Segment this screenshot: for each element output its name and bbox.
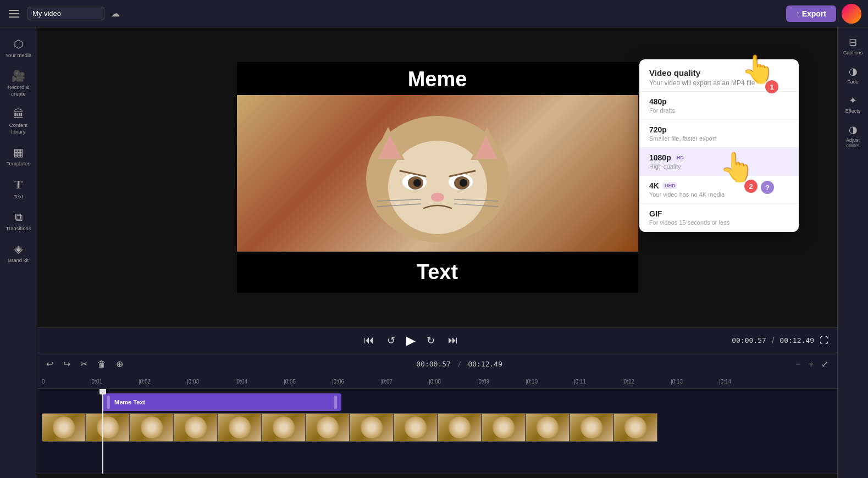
quality-name-1080p: 1080p HD: [649, 153, 789, 162]
templates-icon: ▦: [13, 146, 24, 159]
frame-thumb-1: [42, 413, 86, 442]
timeline-separator: /: [457, 360, 462, 368]
timeline-time-display: 00:00.57 / 00:12.49: [416, 360, 502, 368]
right-tool-effects[interactable]: ✦ Effects: [839, 90, 867, 118]
cloud-save-icon: ☁: [111, 8, 120, 19]
frame-thumb-9: [394, 413, 438, 442]
quality-option-1080p[interactable]: 1080p HD High quality: [639, 148, 799, 176]
quality-option-4k[interactable]: 4K UHD Your video has no 4K media: [639, 176, 799, 204]
svg-point-10: [413, 179, 421, 187]
quality-name-gif: GIF: [649, 209, 789, 218]
zoom-out-button[interactable]: −: [793, 358, 803, 370]
quality-subtitle: Your video will export as an MP4 file: [649, 79, 789, 87]
sidebar-item-label: Contentlibrary: [9, 122, 27, 135]
fullscreen-button[interactable]: ⛶: [820, 336, 828, 346]
frame-thumb-13: [570, 413, 613, 442]
timeline-area: ↩ ↪ ✂ 🗑 ⊕ 00:00.57 / 00:12.49 − + ⤢: [37, 353, 837, 474]
ruler-mark-0: 0: [42, 379, 90, 385]
sidebar-item-templates[interactable]: ▦ Templates: [2, 141, 36, 171]
timeline-scrollbar[interactable]: [37, 474, 837, 478]
sidebar-item-label: Transitions: [5, 225, 31, 231]
play-button[interactable]: ▶: [406, 334, 416, 348]
avatar[interactable]: [842, 4, 861, 24]
sidebar-item-transitions[interactable]: ⧉ Transitions: [2, 207, 36, 236]
topbar-left: ☁: [7, 7, 120, 20]
media-icon: ⬡: [14, 37, 23, 51]
frame-thumb-14: [613, 413, 657, 442]
frame-thumb-8: [350, 413, 394, 442]
ruler-mark-5: |0:05: [284, 379, 332, 385]
track-handle-right[interactable]: [334, 396, 337, 409]
quality-desc-4k: Your video has no 4K media: [649, 191, 789, 198]
topbar: ☁ ↑ Export: [0, 0, 868, 27]
text-icon: T: [14, 177, 23, 192]
quality-option-480p[interactable]: 480p For drafts: [639, 92, 799, 120]
ruler-mark-9: |0:09: [477, 379, 526, 385]
video-title-input[interactable]: [27, 7, 104, 20]
frame-thumb-2: [86, 413, 130, 442]
quality-dropdown: Video quality Your video will export as …: [639, 59, 799, 232]
text-track[interactable]: Meme Text: [102, 393, 341, 411]
cat-illustration: [355, 99, 520, 248]
cut-button[interactable]: ✂: [78, 358, 90, 370]
total-time: 00:12.49: [779, 336, 814, 344]
rewind-button[interactable]: ↺: [385, 332, 397, 349]
adjust-colors-label: Adjustcolors: [846, 137, 860, 148]
ruler-mark-1: |0:01: [90, 379, 139, 385]
quality-option-gif[interactable]: GIF For videos 15 seconds or less: [639, 204, 799, 232]
quality-name-4k: 4K UHD: [649, 181, 789, 190]
right-tool-fade[interactable]: ◑ Fade: [839, 61, 867, 89]
forward-button[interactable]: ↻: [424, 332, 437, 349]
playhead: [102, 389, 103, 474]
topbar-right: ↑ Export: [786, 4, 861, 24]
ruler-marks: 0 |0:01 |0:02 |0:03 |0:04 |0:05 |0:06 |0…: [42, 379, 767, 385]
sidebar-item-label: Brand kit: [8, 257, 29, 263]
controls-center: ⏮ ↺ ▶ ↻ ⏭: [362, 332, 460, 349]
sidebar-item-your-media[interactable]: ⬡ Your media: [2, 33, 36, 63]
ruler-mark-12: |0:12: [622, 379, 671, 385]
skip-back-button[interactable]: ⏮: [362, 332, 376, 348]
svg-point-11: [460, 179, 467, 187]
frame-thumb-5: [218, 413, 262, 442]
right-sidebar: ⊟ Captions ◑ Fade ✦ Effects ◑ Adjustcolo…: [837, 27, 868, 478]
hamburger-menu[interactable]: [7, 8, 21, 20]
sidebar-item-content-library[interactable]: 🏛 Contentlibrary: [2, 103, 36, 139]
svg-point-1: [388, 141, 487, 234]
sidebar-item-brand-kit[interactable]: ◈ Brand kit: [2, 238, 36, 268]
hd-badge: HD: [675, 154, 686, 161]
right-tool-captions[interactable]: ⊟ Captions: [839, 32, 867, 60]
sidebar-item-label: Record &create: [8, 84, 30, 97]
frame-thumb-4: [174, 413, 218, 442]
timeline-zoom-controls: − + ⤢: [793, 358, 831, 370]
skip-forward-button[interactable]: ⏭: [446, 332, 460, 348]
timeline-tracks: Meme Text: [37, 389, 837, 474]
quality-desc-gif: For videos 15 seconds or less: [649, 219, 789, 226]
svg-point-14: [431, 193, 444, 202]
expand-timeline-button[interactable]: ⤢: [819, 358, 831, 370]
zoom-in-button[interactable]: +: [806, 358, 816, 370]
delete-button[interactable]: 🗑: [95, 358, 108, 370]
playhead-head: [99, 389, 106, 394]
meme-top-text: Meme: [237, 68, 638, 91]
quality-option-720p[interactable]: 720p Smaller file, faster export: [639, 120, 799, 148]
ruler-mark-3: |0:03: [187, 379, 235, 385]
video-preview: Meme: [37, 27, 837, 327]
redo-button[interactable]: ↪: [61, 358, 73, 370]
effects-icon: ✦: [849, 95, 857, 107]
quality-desc-720p: Smaller file, faster export: [649, 135, 789, 142]
sidebar-item-record-create[interactable]: 🎥 Record &create: [2, 65, 36, 101]
export-button[interactable]: ↑ Export: [786, 5, 836, 22]
sidebar-item-label: Your media: [5, 52, 32, 58]
meme-image-area: [237, 95, 638, 252]
undo-button[interactable]: ↩: [44, 358, 56, 370]
add-media-button[interactable]: ⊕: [114, 358, 125, 370]
timeline-toolbar: ↩ ↪ ✂ 🗑 ⊕ 00:00.57 / 00:12.49 − + ⤢: [37, 353, 837, 375]
transitions-icon: ⧉: [15, 211, 23, 224]
sidebar-item-text[interactable]: T Text: [2, 173, 36, 204]
quality-name-480p: 480p: [649, 97, 789, 106]
time-separator: /: [772, 336, 774, 346]
fade-label: Fade: [847, 79, 859, 85]
right-tool-adjust-colors[interactable]: ◑ Adjustcolors: [839, 119, 867, 153]
center-area: Meme: [37, 27, 837, 478]
meme-bottom-text: Text: [417, 260, 458, 284]
